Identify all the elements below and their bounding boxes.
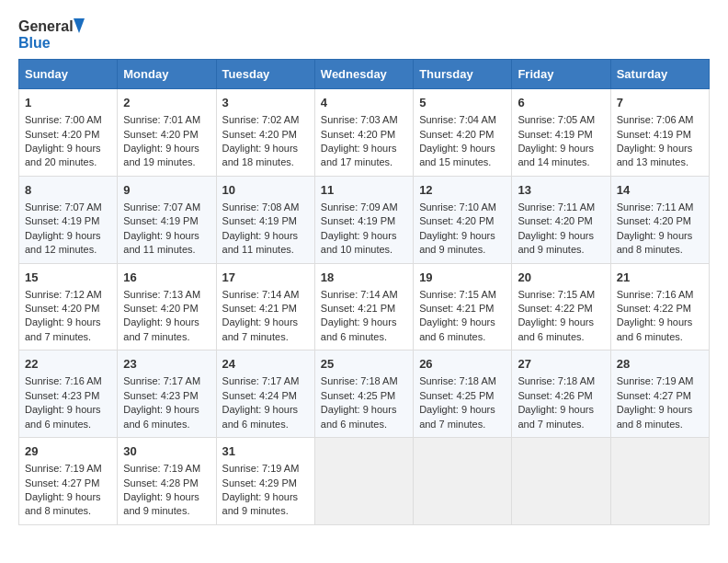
sunrise-label: Sunrise: 7:08 AM [222, 201, 300, 213]
calendar-cell: 5Sunrise: 7:04 AMSunset: 4:20 PMDaylight… [414, 89, 512, 177]
sunset-label: Sunset: 4:19 PM [123, 215, 198, 226]
sunset-label: Sunset: 4:20 PM [617, 215, 691, 226]
day-number: 7 [617, 95, 703, 111]
day-number: 21 [617, 270, 703, 286]
sunset-label: Sunset: 4:27 PM [25, 477, 99, 488]
calendar-cell: 17Sunrise: 7:14 AMSunset: 4:21 PMDayligh… [216, 263, 314, 350]
day-number: 16 [123, 270, 210, 286]
daylight-label: Daylight: 9 hours and 7 minutes. [222, 316, 299, 341]
sunset-label: Sunset: 4:20 PM [321, 129, 395, 140]
day-number: 24 [222, 356, 309, 373]
daylight-label: Daylight: 9 hours and 9 minutes. [123, 491, 199, 516]
svg-text:Blue: Blue [18, 35, 51, 51]
calendar-cell: 30Sunrise: 7:19 AMSunset: 4:28 PMDayligh… [118, 438, 216, 525]
calendar-cell: 16Sunrise: 7:13 AMSunset: 4:20 PMDayligh… [118, 263, 216, 350]
svg-marker-2 [74, 18, 85, 33]
daylight-label: Daylight: 9 hours and 9 minutes. [222, 491, 299, 516]
daylight-label: Daylight: 9 hours and 19 minutes. [123, 143, 199, 167]
sunrise-label: Sunrise: 7:09 AM [321, 201, 398, 213]
calendar-cell: 31Sunrise: 7:19 AMSunset: 4:29 PMDayligh… [216, 438, 314, 525]
sunrise-label: Sunrise: 7:11 AM [617, 201, 694, 213]
day-number: 28 [617, 356, 703, 373]
week-row-2: 8Sunrise: 7:07 AMSunset: 4:19 PMDaylight… [19, 176, 710, 263]
week-row-4: 22Sunrise: 7:16 AMSunset: 4:23 PMDayligh… [19, 350, 710, 438]
day-number: 3 [222, 95, 309, 111]
daylight-label: Daylight: 9 hours and 11 minutes. [123, 230, 199, 255]
sunrise-label: Sunrise: 7:18 AM [518, 375, 595, 386]
calendar-cell: 3Sunrise: 7:02 AMSunset: 4:20 PMDaylight… [216, 89, 314, 177]
sunset-label: Sunset: 4:24 PM [222, 390, 297, 401]
col-header-monday: Monday [118, 60, 216, 89]
svg-text:General: General [18, 18, 74, 34]
daylight-label: Daylight: 9 hours and 6 minutes. [617, 316, 693, 341]
day-number: 18 [321, 270, 407, 286]
sunset-label: Sunset: 4:20 PM [419, 215, 494, 226]
daylight-label: Daylight: 9 hours and 7 minutes. [25, 316, 101, 341]
sunrise-label: Sunrise: 7:15 AM [518, 289, 595, 300]
logo-svg: GeneralBlue [18, 15, 92, 53]
daylight-label: Daylight: 9 hours and 9 minutes. [518, 230, 594, 255]
calendar-cell: 19Sunrise: 7:15 AMSunset: 4:21 PMDayligh… [414, 263, 512, 350]
week-row-1: 1Sunrise: 7:00 AMSunset: 4:20 PMDaylight… [19, 89, 710, 177]
sunrise-label: Sunrise: 7:19 AM [123, 463, 200, 474]
sunrise-label: Sunrise: 7:13 AM [123, 289, 200, 300]
sunset-label: Sunset: 4:19 PM [222, 215, 297, 226]
sunrise-label: Sunrise: 7:18 AM [321, 375, 398, 386]
daylight-label: Daylight: 9 hours and 20 minutes. [25, 143, 101, 167]
calendar-cell: 6Sunrise: 7:05 AMSunset: 4:19 PMDaylight… [512, 89, 610, 177]
day-number: 23 [123, 356, 210, 373]
calendar-cell [314, 438, 413, 525]
calendar-cell: 1Sunrise: 7:00 AMSunset: 4:20 PMDaylight… [19, 89, 118, 177]
calendar-cell: 13Sunrise: 7:11 AMSunset: 4:20 PMDayligh… [512, 176, 610, 263]
day-number: 15 [25, 270, 111, 286]
sunset-label: Sunset: 4:19 PM [518, 129, 592, 140]
daylight-label: Daylight: 9 hours and 6 minutes. [222, 404, 299, 429]
sunset-label: Sunset: 4:28 PM [123, 477, 198, 488]
col-header-friday: Friday [512, 60, 610, 89]
sunrise-label: Sunrise: 7:00 AM [25, 114, 102, 125]
calendar-cell: 4Sunrise: 7:03 AMSunset: 4:20 PMDaylight… [314, 89, 413, 177]
day-number: 30 [123, 443, 210, 460]
day-number: 2 [123, 95, 210, 111]
calendar-cell [512, 438, 610, 525]
day-number: 22 [25, 356, 111, 373]
sunrise-label: Sunrise: 7:05 AM [518, 114, 595, 125]
sunset-label: Sunset: 4:19 PM [617, 129, 691, 140]
sunrise-label: Sunrise: 7:03 AM [321, 114, 398, 125]
calendar-cell: 8Sunrise: 7:07 AMSunset: 4:19 PMDaylight… [19, 176, 118, 263]
calendar-cell: 12Sunrise: 7:10 AMSunset: 4:20 PMDayligh… [414, 176, 512, 263]
calendar-cell [610, 438, 709, 525]
week-row-5: 29Sunrise: 7:19 AMSunset: 4:27 PMDayligh… [19, 438, 710, 525]
sunrise-label: Sunrise: 7:16 AM [25, 375, 102, 386]
day-number: 4 [321, 95, 407, 111]
sunset-label: Sunset: 4:21 PM [222, 303, 297, 314]
sunset-label: Sunset: 4:21 PM [419, 303, 494, 314]
calendar-cell: 11Sunrise: 7:09 AMSunset: 4:19 PMDayligh… [314, 176, 413, 263]
calendar-cell: 27Sunrise: 7:18 AMSunset: 4:26 PMDayligh… [512, 350, 610, 438]
day-number: 31 [222, 443, 309, 460]
sunrise-label: Sunrise: 7:18 AM [419, 375, 496, 386]
calendar-cell: 7Sunrise: 7:06 AMSunset: 4:19 PMDaylight… [610, 89, 709, 177]
calendar-cell: 14Sunrise: 7:11 AMSunset: 4:20 PMDayligh… [610, 176, 709, 263]
sunrise-label: Sunrise: 7:10 AM [419, 201, 496, 213]
day-number: 10 [222, 182, 309, 199]
header-row: SundayMondayTuesdayWednesdayThursdayFrid… [19, 60, 710, 89]
sunrise-label: Sunrise: 7:06 AM [617, 114, 694, 125]
sunset-label: Sunset: 4:20 PM [222, 129, 297, 140]
day-number: 8 [25, 182, 111, 199]
daylight-label: Daylight: 9 hours and 9 minutes. [419, 230, 495, 255]
sunset-label: Sunset: 4:20 PM [123, 303, 198, 314]
daylight-label: Daylight: 9 hours and 6 minutes. [419, 316, 495, 341]
daylight-label: Daylight: 9 hours and 12 minutes. [25, 230, 101, 255]
daylight-label: Daylight: 9 hours and 13 minutes. [617, 143, 693, 167]
logo: GeneralBlue [18, 15, 92, 53]
day-number: 13 [518, 182, 604, 199]
day-number: 17 [222, 270, 309, 286]
daylight-label: Daylight: 9 hours and 17 minutes. [321, 143, 397, 167]
day-number: 1 [25, 95, 111, 111]
col-header-wednesday: Wednesday [314, 60, 413, 89]
sunrise-label: Sunrise: 7:16 AM [617, 289, 694, 300]
calendar-cell: 2Sunrise: 7:01 AMSunset: 4:20 PMDaylight… [118, 89, 216, 177]
sunset-label: Sunset: 4:19 PM [25, 215, 99, 226]
sunrise-label: Sunrise: 7:01 AM [123, 114, 200, 125]
